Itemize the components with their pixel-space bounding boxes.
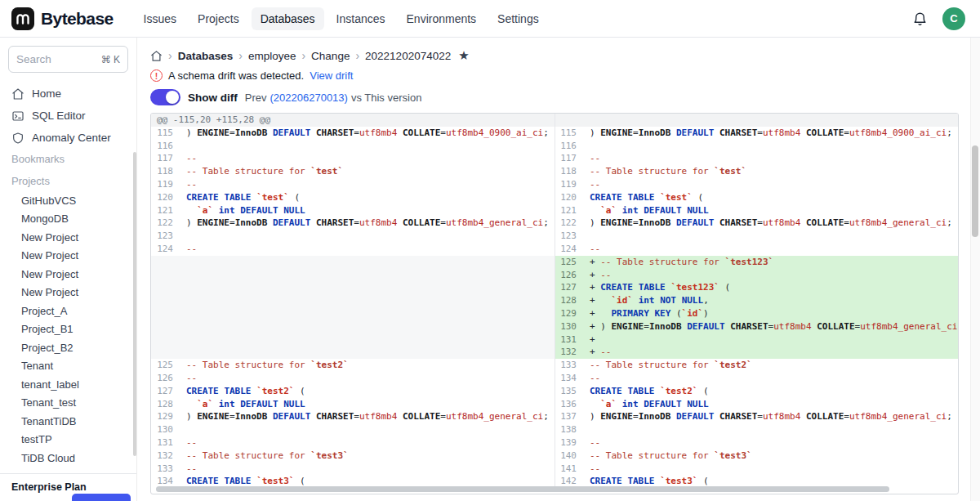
home-icon [11, 87, 24, 101]
brand-name: Bytebase [41, 9, 114, 29]
diff-code-right: -- [584, 178, 958, 191]
shield-icon [11, 132, 24, 145]
diff-code-left [180, 346, 555, 359]
diff-code-left: -- Table structure for `test` [180, 165, 555, 178]
diff-line-number-right: 135 [555, 385, 584, 398]
diff-line-number-right: 137 [555, 410, 584, 423]
diff-code-right [584, 114, 958, 127]
sidebar-scrollbar[interactable] [133, 152, 136, 456]
diff-hunk-header: @@ -115,20 +115,28 @@ [151, 114, 555, 127]
breadcrumb-item[interactable]: Change [311, 50, 350, 62]
diff-line-number-right [555, 114, 584, 127]
sidebar-project-item[interactable]: GitHubVCS [0, 191, 136, 210]
sidebar-project-item[interactable]: New Project [0, 247, 136, 266]
search-box[interactable]: ⌘ K [8, 46, 128, 73]
diff-code-left [180, 423, 555, 436]
diff-code-left [180, 307, 555, 320]
version-compare-text: Prev (202206270013) vs This version [245, 92, 422, 104]
diff-line-number-right: 140 [555, 450, 584, 463]
diff-code-left: -- [180, 178, 555, 191]
brand[interactable]: Bytebase [11, 7, 114, 30]
diff-line-number-right: 116 [555, 140, 584, 153]
diff-code-right: ) ENGINE=InnoDB DEFAULT CHARSET=utf8mb4 … [584, 217, 958, 230]
diff-line-number-right: 138 [555, 423, 584, 436]
sidebar-item-anomaly-center[interactable]: Anomaly Center [0, 127, 136, 149]
diff-line-number-left: 133 [151, 463, 180, 476]
diff-code-right: + ) ENGINE=InnoDB DEFAULT CHARSET=utf8mb… [584, 320, 958, 333]
diff-line-number-right: 121 [555, 204, 584, 217]
sidebar-project-item[interactable]: Tenant [0, 357, 136, 376]
sidebar-project-item[interactable]: Tenant_test [0, 394, 136, 413]
diff-code-left: CREATE TABLE `test` ( [180, 191, 555, 204]
diff-line-number-left: 116 [151, 140, 180, 153]
nav-item-environments[interactable]: Environments [398, 7, 486, 30]
page-scrollbar-thumb[interactable] [972, 145, 978, 237]
sidebar-item-label: SQL Editor [32, 110, 86, 122]
sidebar-project-item[interactable]: TiDB Cloud [0, 449, 136, 467]
sidebar-project-item[interactable]: Project_B1 [0, 320, 136, 339]
diff-line-number-right: 118 [555, 165, 584, 178]
diff-code-left: -- [180, 463, 555, 476]
prev-version-link[interactable]: (202206270013) [270, 92, 347, 104]
diff-code-right: -- [584, 372, 958, 385]
sidebar-project-item[interactable]: Project_A [0, 302, 136, 320]
page-scrollbar-track [970, 38, 980, 501]
notifications-bell-icon[interactable] [912, 11, 928, 26]
breadcrumb-item[interactable]: employee [248, 50, 296, 62]
diff-line-number-left: 122 [151, 217, 180, 230]
diff-line-number-left: 127 [151, 385, 180, 398]
diff-code-left [180, 320, 555, 333]
diff-line-number-right: 117 [555, 152, 584, 165]
main-content: ›Databases›employee›Change›2022120207402… [137, 38, 980, 501]
sidebar-project-item[interactable]: New Project [0, 265, 136, 284]
sidebar-project-item[interactable]: testTP [0, 431, 136, 450]
diff-code-left: -- [180, 372, 555, 385]
view-drift-link[interactable]: View drift [310, 69, 353, 82]
project-list: GitHubVCSMongoDBNew ProjectNew ProjectNe… [0, 191, 136, 467]
sidebar-item-sql-editor[interactable]: SQL Editor [0, 105, 136, 127]
bookmark-star-icon[interactable]: ★ [458, 48, 469, 63]
sidebar-project-item[interactable]: New Project [0, 284, 136, 302]
diff-code-right: ) ENGINE=InnoDB DEFAULT CHARSET=utf8mb4 … [584, 410, 958, 423]
alert-warning-icon: ! [150, 69, 163, 82]
diff-line-number-right: 123 [555, 230, 584, 243]
diff-code-left: -- [180, 436, 555, 450]
toggle-knob [166, 91, 179, 104]
diff-line-number-right: 120 [555, 191, 584, 204]
diff-line-number-left: 130 [151, 423, 180, 436]
diff-line-number-left: 117 [151, 152, 180, 165]
show-diff-toggle[interactable] [150, 89, 180, 105]
schema-drift-alert: ! A schema drift was detected. View drif… [150, 69, 959, 82]
sidebar-project-item[interactable]: Project_B2 [0, 338, 136, 357]
page-body: ⌘ K Home SQL Editor Anomaly Center Bookm… [0, 38, 980, 501]
diff-line-number-left: 121 [151, 204, 180, 217]
breadcrumb-separator: › [301, 49, 305, 62]
search-input[interactable] [16, 53, 98, 65]
show-diff-label: Show diff [188, 92, 238, 104]
breadcrumb-item[interactable]: 20221202074022 [365, 50, 451, 62]
nav-item-instances[interactable]: Instances [327, 7, 394, 30]
sidebar-project-item[interactable]: MongoDB [0, 210, 136, 229]
diff-line-number-right: 129 [555, 307, 584, 320]
user-avatar[interactable]: C [942, 7, 965, 30]
sidebar-item-home[interactable]: Home [0, 83, 136, 105]
nav-item-issues[interactable]: Issues [135, 7, 185, 30]
diff-line-number-left [151, 307, 180, 320]
sidebar-project-item[interactable]: tenant_label [0, 375, 136, 394]
horizontal-scrollbar[interactable] [156, 486, 889, 492]
diff-line-number-left: 115 [151, 127, 180, 140]
primary-nav: IssuesProjectsDatabasesInstancesEnvironm… [135, 7, 548, 30]
nav-item-projects[interactable]: Projects [189, 7, 248, 30]
diff-code-left [180, 140, 555, 153]
prev-label: Prev [245, 92, 267, 104]
diff-line-number-right: 130 [555, 320, 584, 333]
sidebar-project-item[interactable]: New Project [0, 228, 136, 247]
nav-item-databases[interactable]: Databases [252, 7, 324, 30]
sidebar-project-item[interactable]: TenantTiDB [0, 412, 136, 431]
diff-code-left: ) ENGINE=InnoDB DEFAULT CHARSET=utf8mb4 … [180, 410, 555, 423]
diff-code-right: -- [584, 243, 958, 256]
breadcrumb-item[interactable]: Databases [178, 50, 234, 62]
breadcrumb-home-icon[interactable] [150, 50, 163, 62]
sidebar-item-label: Anomaly Center [32, 132, 111, 144]
nav-item-settings[interactable]: Settings [488, 7, 548, 30]
